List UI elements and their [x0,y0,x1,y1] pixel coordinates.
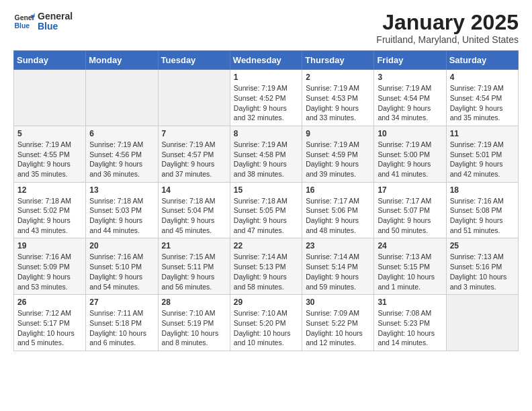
day-number: 22 [234,241,298,250]
table-row: 22Sunrise: 7:14 AMSunset: 5:13 PMDayligh… [230,238,302,295]
day-number: 29 [234,298,298,307]
logo-icon: General Blue [13,11,35,32]
table-row: 1Sunrise: 7:19 AMSunset: 4:52 PMDaylight… [230,70,302,126]
table-row: 4Sunrise: 7:19 AMSunset: 4:54 PMDaylight… [446,70,518,126]
table-row [14,70,86,126]
day-number: 4 [450,73,515,82]
day-info: Sunrise: 7:10 AMSunset: 5:19 PMDaylight:… [162,308,226,348]
day-number: 13 [89,185,154,195]
day-info: Sunrise: 7:16 AMSunset: 5:09 PMDaylight:… [17,252,82,291]
day-info: Sunrise: 7:19 AMSunset: 4:53 PMDaylight:… [306,83,370,123]
table-row: 2Sunrise: 7:19 AMSunset: 4:53 PMDaylight… [302,70,374,126]
table-row: 3Sunrise: 7:19 AMSunset: 4:54 PMDaylight… [374,70,446,126]
table-row: 19Sunrise: 7:16 AMSunset: 5:09 PMDayligh… [14,238,86,295]
calendar-week-row: 19Sunrise: 7:16 AMSunset: 5:09 PMDayligh… [14,238,519,295]
day-number: 9 [306,129,370,138]
day-number: 15 [234,185,298,195]
day-number: 2 [306,73,370,82]
logo-blue-text: Blue [38,21,73,32]
day-number: 14 [162,185,226,195]
day-number: 24 [378,241,442,250]
day-number: 30 [306,298,370,307]
day-number: 27 [89,298,154,307]
col-sunday: Sunday [14,51,86,70]
table-row: 14Sunrise: 7:18 AMSunset: 5:04 PMDayligh… [158,182,230,238]
table-row: 16Sunrise: 7:17 AMSunset: 5:06 PMDayligh… [302,182,374,238]
table-row [158,70,230,126]
day-number: 7 [162,129,226,138]
table-row: 26Sunrise: 7:12 AMSunset: 5:17 PMDayligh… [14,295,86,351]
day-number: 20 [89,241,154,250]
col-friday: Friday [374,51,446,70]
day-info: Sunrise: 7:19 AMSunset: 4:56 PMDaylight:… [89,140,154,179]
day-info: Sunrise: 7:16 AMSunset: 5:08 PMDaylight:… [450,196,515,236]
table-row: 30Sunrise: 7:09 AMSunset: 5:22 PMDayligh… [302,295,374,351]
day-number: 12 [17,185,82,195]
day-info: Sunrise: 7:19 AMSunset: 4:58 PMDaylight:… [234,140,298,179]
calendar-subtitle: Fruitland, Maryland, United States [376,34,519,45]
day-number: 23 [306,241,370,250]
day-info: Sunrise: 7:13 AMSunset: 5:15 PMDaylight:… [378,252,442,291]
table-row: 7Sunrise: 7:19 AMSunset: 4:57 PMDaylight… [158,126,230,182]
table-row: 9Sunrise: 7:19 AMSunset: 4:59 PMDaylight… [302,126,374,182]
day-number: 1 [234,73,298,82]
table-row: 13Sunrise: 7:18 AMSunset: 5:03 PMDayligh… [86,182,158,238]
table-row: 27Sunrise: 7:11 AMSunset: 5:18 PMDayligh… [86,295,158,351]
table-row: 23Sunrise: 7:14 AMSunset: 5:14 PMDayligh… [302,238,374,295]
table-row: 18Sunrise: 7:16 AMSunset: 5:08 PMDayligh… [446,182,518,238]
table-row: 6Sunrise: 7:19 AMSunset: 4:56 PMDaylight… [86,126,158,182]
table-row: 29Sunrise: 7:10 AMSunset: 5:20 PMDayligh… [230,295,302,351]
day-info: Sunrise: 7:17 AMSunset: 5:06 PMDaylight:… [306,196,370,236]
day-number: 26 [17,298,82,307]
day-number: 19 [17,241,82,250]
svg-text:Blue: Blue [15,22,30,30]
calendar-week-row: 26Sunrise: 7:12 AMSunset: 5:17 PMDayligh… [14,295,519,351]
day-info: Sunrise: 7:19 AMSunset: 4:57 PMDaylight:… [162,140,226,179]
day-number: 11 [450,129,515,138]
day-number: 8 [234,129,298,138]
table-row: 21Sunrise: 7:15 AMSunset: 5:11 PMDayligh… [158,238,230,295]
col-wednesday: Wednesday [230,51,302,70]
header: General Blue General Blue January 2025 F… [13,11,519,45]
day-info: Sunrise: 7:10 AMSunset: 5:20 PMDaylight:… [234,308,298,348]
day-info: Sunrise: 7:19 AMSunset: 4:59 PMDaylight:… [306,140,370,179]
day-number: 28 [162,298,226,307]
day-info: Sunrise: 7:18 AMSunset: 5:04 PMDaylight:… [162,196,226,236]
table-row: 8Sunrise: 7:19 AMSunset: 4:58 PMDaylight… [230,126,302,182]
col-tuesday: Tuesday [158,51,230,70]
table-row: 17Sunrise: 7:17 AMSunset: 5:07 PMDayligh… [374,182,446,238]
table-row [446,295,518,351]
calendar-week-row: 12Sunrise: 7:18 AMSunset: 5:02 PMDayligh… [14,182,519,238]
col-saturday: Saturday [446,51,518,70]
day-number: 18 [450,185,515,195]
day-number: 31 [378,298,442,307]
table-row: 10Sunrise: 7:19 AMSunset: 5:00 PMDayligh… [374,126,446,182]
day-info: Sunrise: 7:08 AMSunset: 5:23 PMDaylight:… [378,308,442,348]
col-monday: Monday [86,51,158,70]
col-thursday: Thursday [302,51,374,70]
day-number: 21 [162,241,226,250]
title-block: January 2025 Fruitland, Maryland, United… [376,11,519,45]
calendar-week-row: 1Sunrise: 7:19 AMSunset: 4:52 PMDaylight… [14,70,519,126]
day-info: Sunrise: 7:18 AMSunset: 5:05 PMDaylight:… [234,196,298,236]
calendar-header-row: Sunday Monday Tuesday Wednesday Thursday… [14,51,519,70]
table-row: 31Sunrise: 7:08 AMSunset: 5:23 PMDayligh… [374,295,446,351]
day-info: Sunrise: 7:14 AMSunset: 5:13 PMDaylight:… [234,252,298,291]
day-info: Sunrise: 7:18 AMSunset: 5:03 PMDaylight:… [89,196,154,236]
day-info: Sunrise: 7:19 AMSunset: 4:54 PMDaylight:… [450,83,515,123]
day-info: Sunrise: 7:09 AMSunset: 5:22 PMDaylight:… [306,308,370,348]
table-row: 12Sunrise: 7:18 AMSunset: 5:02 PMDayligh… [14,182,86,238]
day-number: 17 [378,185,442,195]
day-info: Sunrise: 7:19 AMSunset: 4:55 PMDaylight:… [17,140,82,179]
table-row: 25Sunrise: 7:13 AMSunset: 5:16 PMDayligh… [446,238,518,295]
day-info: Sunrise: 7:18 AMSunset: 5:02 PMDaylight:… [17,196,82,236]
day-info: Sunrise: 7:16 AMSunset: 5:10 PMDaylight:… [89,252,154,291]
calendar-week-row: 5Sunrise: 7:19 AMSunset: 4:55 PMDaylight… [14,126,519,182]
logo: General Blue General Blue [13,11,73,32]
day-number: 25 [450,241,515,250]
day-info: Sunrise: 7:12 AMSunset: 5:17 PMDaylight:… [17,308,82,348]
calendar-title: January 2025 [376,11,519,34]
day-info: Sunrise: 7:13 AMSunset: 5:16 PMDaylight:… [450,252,515,291]
page-container: General Blue General Blue January 2025 F… [0,0,532,358]
table-row: 20Sunrise: 7:16 AMSunset: 5:10 PMDayligh… [86,238,158,295]
